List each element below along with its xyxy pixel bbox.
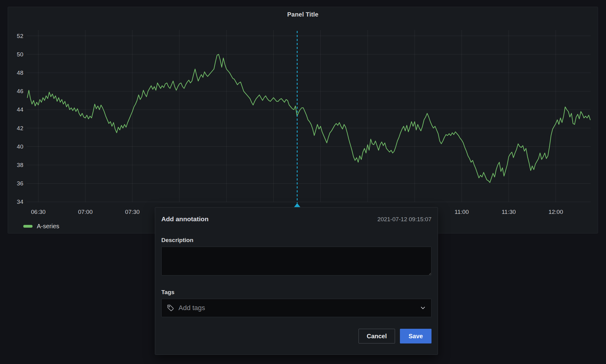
annotation-marker-arrow[interactable] [294,203,301,207]
tags-placeholder: Add tags [178,304,416,312]
description-field-group: Description [161,237,431,275]
description-label: Description [161,237,431,244]
y-tick-label: 42 [17,125,23,131]
time-series-chart[interactable]: 3436384042444648505206:3007:0007:3008:00… [8,7,598,234]
cancel-button[interactable]: Cancel [359,329,395,343]
y-tick-label: 34 [17,199,24,205]
y-tick-label: 46 [17,88,23,94]
legend-series-swatch [23,225,33,228]
y-tick-label: 38 [17,162,23,168]
x-tick-label: 12:00 [548,209,563,215]
chevron-down-icon[interactable] [420,305,426,311]
tag-icon [167,304,175,312]
dialog-header: Add annotation 2021-07-12 09:15:07 [161,207,431,223]
dialog-buttons: Cancel Save [161,329,431,343]
annotation-timestamp: 2021-07-12 09:15:07 [378,216,431,223]
legend: A-series [23,223,59,230]
tags-field-group: Tags Add tags [161,289,431,317]
y-tick-label: 44 [17,106,24,113]
y-tick-label: 50 [17,51,23,58]
x-tick-label: 06:30 [31,209,46,215]
x-tick-label: 11:00 [454,209,469,215]
add-annotation-dialog: Add annotation 2021-07-12 09:15:07 Descr… [155,207,438,355]
grafana-panel: Panel Title 3436384042444648505206:3007:… [8,7,598,233]
save-button[interactable]: Save [400,329,431,343]
tags-label: Tags [161,289,431,296]
annotation-description-input[interactable] [161,247,431,275]
y-tick-label: 36 [17,180,23,187]
x-tick-label: 07:00 [78,209,93,215]
legend-series-label[interactable]: A-series [37,223,59,230]
x-tick-label: 07:30 [125,209,140,215]
y-tick-label: 52 [17,33,23,39]
y-tick-label: 40 [17,143,23,150]
y-tick-label: 48 [17,70,23,76]
x-tick-label: 11:30 [502,209,516,215]
series-line [27,54,590,183]
dialog-title: Add annotation [161,215,209,223]
tags-input[interactable]: Add tags [161,299,431,317]
